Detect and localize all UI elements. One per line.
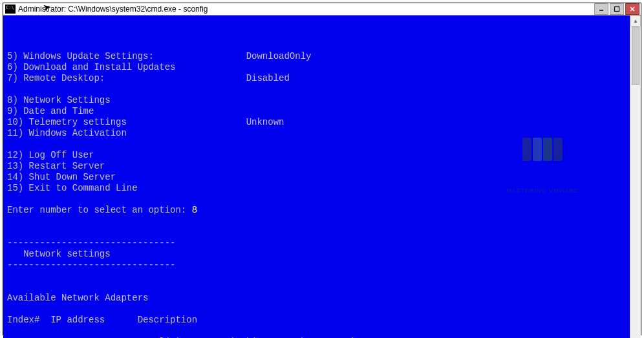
minimize-button[interactable] bbox=[594, 3, 608, 15]
maximize-button[interactable] bbox=[610, 3, 624, 15]
window-title: Administrator: C:\Windows\system32\cmd.e… bbox=[18, 5, 594, 14]
prompt-input-value: 8 bbox=[192, 205, 197, 215]
server-icon bbox=[522, 138, 531, 161]
watermark-text: MASTERING VMWARE bbox=[491, 185, 594, 196]
scroll-up-button[interactable]: ▲ bbox=[630, 16, 641, 26]
watermark: MASTERING VMWARE bbox=[491, 116, 594, 218]
server-icon bbox=[543, 138, 552, 161]
close-button[interactable] bbox=[625, 3, 639, 15]
vertical-scrollbar[interactable]: ▲ ▼ bbox=[630, 16, 641, 338]
scroll-thumb[interactable] bbox=[632, 26, 639, 85]
cmd-icon bbox=[5, 5, 16, 14]
cmd-window: ➤ Administrator: C:\Windows\system32\cmd… bbox=[3, 3, 641, 335]
server-icon bbox=[533, 138, 542, 161]
titlebar: Administrator: C:\Windows\system32\cmd.e… bbox=[3, 3, 641, 16]
window-controls bbox=[594, 3, 641, 15]
content-wrapper: MASTERING VMWARE 5) Windows Update Setti… bbox=[3, 16, 641, 338]
scroll-track[interactable] bbox=[630, 26, 641, 338]
console-output[interactable]: MASTERING VMWARE 5) Windows Update Setti… bbox=[3, 16, 630, 338]
console-text: 5) Windows Update Settings: DownloadOnly… bbox=[7, 51, 366, 338]
server-icon bbox=[553, 138, 563, 161]
select-option-prompt: Enter number to select an option: 8 bbox=[7, 205, 197, 215]
svg-rect-1 bbox=[615, 7, 619, 12]
